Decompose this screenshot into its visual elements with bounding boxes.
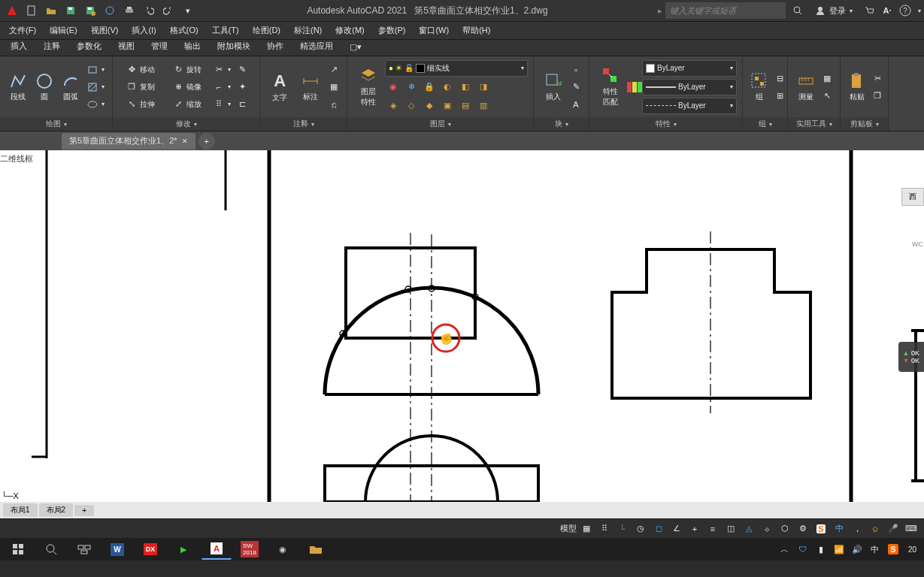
osnap-button[interactable]: ◻ [650,521,667,536]
rotate-button[interactable]: ↻旋转 [164,62,211,78]
mirror-button[interactable]: ⧻镜像 [164,79,211,95]
ws-button[interactable]: ⚙ [795,521,811,536]
snap-button[interactable]: ⠿ [596,521,613,536]
panel-utility-label[interactable]: 实用工具▾ [788,117,840,131]
ungroup-button[interactable]: ⊟ [771,70,788,86]
mic-button[interactable]: 🎤 [885,521,901,536]
ribtab-view[interactable]: 视图 [111,38,142,56]
menu-window[interactable]: 窗口(W) [413,23,455,38]
text-button[interactable]: A 文字 [265,65,295,109]
select-button[interactable]: ↖ [819,87,835,104]
scale-button[interactable]: ⤢缩放 [164,96,211,113]
layer-b3[interactable]: ◆ [421,98,438,114]
ribtab-featured[interactable]: 精选应用 [292,38,341,56]
kb-button[interactable]: ⌨ [903,521,919,536]
trans-button[interactable]: ◫ [723,521,739,536]
array-button[interactable]: ⠿▾ [211,96,234,113]
panel-group-label[interactable]: 组▾ [743,117,787,131]
panel-draw-label[interactable]: 绘图▾ [0,117,112,131]
ribtab-parametric[interactable]: 参数化 [69,38,109,56]
redo-button[interactable] [159,2,177,19]
doc-tab-1[interactable]: 第5章曲面立体相交作业1、2* ✕ [62,133,195,150]
nav-cube-side[interactable]: 西 [901,188,924,206]
layer-match-button[interactable]: ◧ [457,79,474,95]
panel-properties-label[interactable]: 特性▾ [589,117,742,131]
otrack-button[interactable]: ∠ [668,521,685,536]
open-web-button[interactable] [101,2,119,19]
ime-status[interactable]: 中 [831,521,847,536]
panel-block-label[interactable]: 块▾ [534,117,589,131]
ribtab-annotate[interactable]: 注释 [36,38,68,56]
menu-file[interactable]: 文件(F) [3,23,42,38]
group-edit-button[interactable]: ⊞ [771,87,788,104]
ortho-button[interactable]: └ [614,521,631,536]
solidworks-task[interactable]: SW2018 [235,539,265,560]
attr-block-button[interactable]: A [568,96,584,113]
ellipse-button[interactable]: ▾ [84,96,108,113]
layer-freeze-button[interactable]: ❄ [403,79,420,95]
tray-shield[interactable]: 🛡 [795,539,810,560]
layer-b6[interactable]: ▥ [475,98,492,114]
hatch-button[interactable]: ▾ [84,79,108,95]
menu-view[interactable]: 视图(V) [85,23,125,38]
explorer-task[interactable] [301,539,331,560]
polyline-button[interactable]: 段线 [5,65,31,109]
sogou-status[interactable]: S [813,521,829,536]
mleader-button[interactable]: ⎌ [326,96,342,113]
ribtab-insert[interactable]: 插入 [3,38,35,56]
layer-b4[interactable]: ▣ [439,98,456,114]
help-icon[interactable]: ? [899,5,911,17]
rect-button[interactable]: ▾ [84,62,108,78]
move-button[interactable]: ✥移动 [117,62,164,78]
tray-battery[interactable]: ▮ [813,539,829,560]
grid-button[interactable]: ▦ [578,521,595,536]
save-button[interactable] [62,2,80,19]
saveas-button[interactable] [81,2,99,19]
word-task[interactable]: W [102,539,132,560]
create-block-button[interactable]: ▫ [568,62,584,78]
taskview-button[interactable] [69,539,99,560]
search-input[interactable]: 键入关键字或短语 [665,2,786,19]
model-space-button[interactable]: 模型 [560,521,577,536]
group-button[interactable]: 组 [747,65,771,109]
app-exchange-icon[interactable]: A· [881,5,893,17]
layout-add[interactable]: + [74,505,94,516]
layer-b2[interactable]: ◇ [403,98,420,114]
menu-modify[interactable]: 修改(M) [329,23,371,38]
undo-button[interactable] [140,2,158,19]
dyn-button[interactable]: + [686,521,703,536]
table-button[interactable]: ▦ [326,79,342,95]
layer-lock-button[interactable]: 🔒 [421,79,438,95]
linetype-select[interactable]: ByLayer▾ [642,98,737,114]
punct-button[interactable]: ， [849,521,865,536]
tray-sound[interactable]: 🔊 [850,539,865,560]
autocad-task[interactable]: A [201,539,232,560]
ribtab-addins[interactable]: 附加模块 [210,38,258,56]
plot-button[interactable] [120,2,138,19]
dx-task[interactable]: DX [135,539,165,560]
open-button[interactable] [42,2,60,19]
search-icon[interactable] [792,5,804,17]
paste-button[interactable]: 粘贴 [845,65,869,109]
lw-button[interactable]: ≡ [704,521,721,536]
polar-button[interactable]: ◷ [632,521,649,536]
color-select[interactable]: ByLayer▾ [642,60,737,77]
app-menu-button[interactable] [3,2,21,19]
panel-annotate-label[interactable]: 注释▾ [260,117,347,131]
qat-dropdown[interactable]: ▾ [179,2,197,19]
explode-button[interactable]: ✦ [234,79,250,95]
cart-icon[interactable] [863,5,875,17]
tray-up[interactable]: ︿ [777,539,792,560]
ribtab-manage[interactable]: 管理 [144,38,175,56]
menu-format[interactable]: 格式(O) [164,23,204,38]
menu-parametric[interactable]: 参数(P) [372,23,412,38]
menu-help[interactable]: 帮助(H) [456,23,496,38]
panel-modify-label[interactable]: 修改▾ [113,117,259,131]
drawing-canvas[interactable]: 二维线框 └─X ✊ 西 WC ▲ 0K ▼ 0K [0,150,924,518]
emoji-button[interactable]: ☺ [867,521,883,536]
layer-iso-button[interactable]: ◉ [385,79,401,95]
anno-button[interactable]: ⟐ [759,521,775,536]
menu-edit[interactable]: 编辑(E) [44,23,83,38]
panel-layers-label[interactable]: 图层▾ [347,117,533,131]
user-login-button[interactable]: 登录 ▾ [810,3,857,18]
